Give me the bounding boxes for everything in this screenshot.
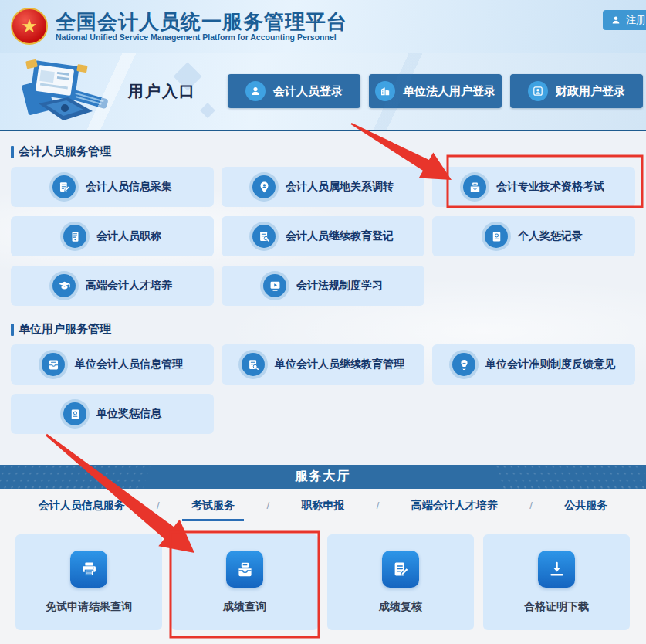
pin-person-icon-circle	[252, 175, 276, 198]
hall-card-免试申请结果查询[interactable]: 免试申请结果查询	[15, 534, 162, 630]
hall-card-成绩复核[interactable]: 成绩复核	[327, 534, 474, 630]
service-card-bulb[interactable]: 单位会计准则制度反馈意见	[432, 344, 635, 385]
person-frame-icon-circle	[528, 81, 548, 101]
service-card-label: 会计专业技术资格考试	[496, 180, 604, 194]
login-button-person[interactable]: 会计人员登录	[228, 74, 360, 108]
person-icon-circle	[245, 81, 266, 101]
service-card-label: 会计法规制度学习	[296, 279, 383, 293]
tab-会计人员信息服务[interactable]: 会计人员信息服务	[34, 499, 130, 521]
tab-职称申报[interactable]: 职称申报	[296, 499, 349, 521]
pin-person-icon	[257, 180, 272, 195]
service-card-label: 单位会计人员继续教育管理	[275, 358, 404, 371]
download-icon-square	[538, 551, 575, 588]
service-card-play-video[interactable]: 会计法规制度学习	[222, 266, 424, 306]
service-card-medal-book[interactable]: 个人奖惩记录	[432, 216, 635, 256]
national-emblem-icon: ★	[11, 8, 48, 45]
person-icon	[610, 15, 621, 25]
tab-高端会计人才培养[interactable]: 高端会计人才培养	[407, 499, 502, 521]
service-card-label: 会计人员信息采集	[86, 180, 172, 194]
building-icon-circle	[375, 81, 395, 101]
doc-pen-icon	[391, 559, 411, 580]
doc-pen-icon-circle	[52, 175, 76, 198]
register-label: 注册	[626, 13, 646, 27]
tab-separator: /	[529, 500, 533, 520]
login-buttons: 会计人员登录单位法人用户登录财政用户登录	[228, 74, 643, 108]
hall-card-合格证明下载[interactable]: 合格证明下载	[483, 534, 630, 630]
person-icon	[249, 85, 262, 97]
login-button-building[interactable]: 单位法人用户登录	[369, 74, 502, 108]
service-hall: 会计人员信息服务/考试服务/职称申报/高端会计人才培养/公共服务 免试申请结果查…	[0, 489, 646, 644]
site-title: 全国会计人员统一服务管理平台	[56, 11, 347, 33]
printer-icon-square	[70, 551, 107, 588]
doc-search-icon	[246, 358, 261, 372]
doc-pen-icon-square	[382, 551, 419, 588]
bulb-icon-circle	[452, 353, 475, 376]
service-card-label: 单位会计人员信息管理	[75, 358, 183, 371]
service-card-label: 会计人员属地关系调转	[286, 180, 394, 194]
grad-cap-icon-circle	[52, 274, 76, 297]
service-card-medal-book[interactable]: 单位奖惩信息	[11, 394, 214, 434]
play-video-icon	[268, 279, 282, 293]
tab-separator: /	[377, 500, 380, 520]
site-header: ★ 全国会计人员统一服务管理平台 National Unified Servic…	[0, 0, 646, 53]
service-card-grid: 单位会计人员信息管理单位会计人员继续教育管理单位会计准则制度反馈意见单位奖惩信息	[11, 344, 635, 434]
hall-card-label: 免试申请结果查询	[46, 600, 132, 614]
hall-tabs: 会计人员信息服务/考试服务/职称申报/高端会计人才培养/公共服务	[0, 489, 646, 520]
section-heading-label: 单位用户服务管理	[19, 322, 111, 337]
medal-book-icon-circle	[485, 225, 508, 248]
printer-tray-icon	[235, 559, 255, 580]
hall-card-label: 合格证明下载	[524, 600, 589, 614]
service-hall-title: 服务大厅	[296, 469, 351, 485]
service-card-grad-cap[interactable]: 高端会计人才培养	[11, 266, 214, 306]
user-entry-band: 用户入口 会计人员登录单位法人用户登录财政用户登录	[0, 53, 646, 131]
section-heading-bar	[11, 324, 14, 336]
login-button-label: 财政用户登录	[556, 84, 625, 99]
section-heading-bar	[11, 146, 14, 158]
login-button-person-frame[interactable]: 财政用户登录	[510, 74, 643, 108]
service-card-label: 单位会计准则制度反馈意见	[485, 358, 615, 371]
doc-search-icon-circle	[252, 225, 276, 248]
service-card-label: 会计人员职称	[96, 229, 161, 243]
service-card-label: 高端会计人才培养	[86, 279, 172, 293]
site-subtitle: National Unified Service Management Plat…	[56, 33, 347, 42]
drawer-icon-circle	[42, 353, 65, 376]
hall-card-成绩查询[interactable]: 成绩查询	[171, 534, 318, 630]
decor-square	[200, 103, 215, 118]
medal-book-icon	[489, 229, 504, 244]
section-heading: 单位用户服务管理	[11, 322, 635, 337]
site-title-block: 全国会计人员统一服务管理平台 National Unified Service …	[56, 11, 347, 42]
service-card-grid: 会计人员信息采集会计人员属地关系调转会计专业技术资格考试会计人员职称会计人员继续…	[11, 167, 635, 306]
id-badge-icon-circle	[63, 225, 86, 248]
play-video-icon-circle	[263, 274, 286, 297]
tab-公共服务[interactable]: 公共服务	[560, 499, 612, 521]
printer-tray-icon-square	[226, 551, 263, 588]
service-hall-banner: 服务大厅	[0, 465, 646, 489]
service-card-doc-pen[interactable]: 会计人员信息采集	[11, 167, 214, 207]
tab-separator: /	[266, 500, 269, 520]
login-button-label: 单位法人用户登录	[403, 84, 495, 99]
section-heading-label: 会计人员服务管理	[19, 144, 111, 159]
printer-icon	[79, 559, 100, 580]
tab-考试服务[interactable]: 考试服务	[187, 499, 239, 521]
person-frame-icon	[532, 85, 544, 97]
grad-cap-icon	[57, 279, 72, 293]
drawer-icon	[46, 358, 61, 372]
service-card-printer-tray[interactable]: 会计专业技术资格考试	[432, 167, 635, 207]
download-icon	[546, 559, 567, 580]
service-card-label: 个人奖惩记录	[518, 229, 583, 243]
service-card-label: 单位奖惩信息	[96, 407, 161, 421]
doc-search-icon-circle	[242, 353, 265, 376]
service-sections: 会计人员服务管理会计人员信息采集会计人员属地关系调转会计专业技术资格考试会计人员…	[0, 131, 646, 465]
doc-pen-icon	[57, 180, 72, 195]
service-card-id-badge[interactable]: 会计人员职称	[11, 216, 214, 256]
medal-book-icon	[68, 407, 83, 422]
service-card-doc-search[interactable]: 单位会计人员继续教育管理	[222, 344, 424, 385]
section-heading: 会计人员服务管理	[11, 144, 635, 159]
service-card-doc-search[interactable]: 会计人员继续教育登记	[222, 216, 424, 256]
service-card-drawer[interactable]: 单位会计人员信息管理	[11, 344, 214, 385]
register-button[interactable]: 注册	[603, 10, 646, 30]
id-badge-icon	[68, 229, 83, 244]
doc-search-icon	[257, 229, 272, 244]
user-entry-illustration	[9, 56, 117, 127]
service-card-pin-person[interactable]: 会计人员属地关系调转	[222, 167, 424, 207]
